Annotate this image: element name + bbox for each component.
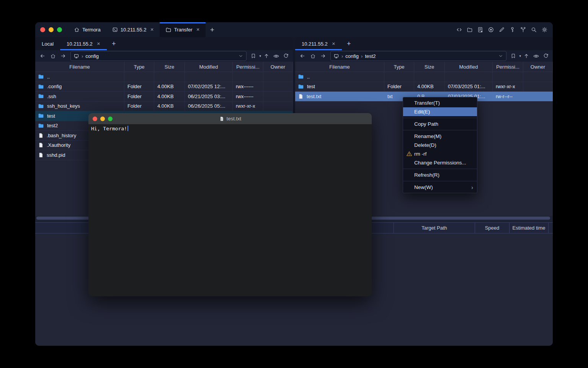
breadcrumb-segment[interactable]: test2: [365, 53, 376, 59]
caret-down-icon[interactable]: ▾: [259, 54, 261, 58]
new-tab-button[interactable]: +: [206, 22, 219, 37]
record-icon[interactable]: [488, 26, 494, 33]
app-tab-transfer[interactable]: Transfer✕: [160, 22, 206, 37]
titlebar: Termora10.211.55.2✕Transfer✕ +: [35, 22, 553, 37]
chevron-down-icon[interactable]: [498, 53, 503, 59]
column-header-modified[interactable]: Modified: [445, 62, 493, 72]
column-header-filename[interactable]: Filename: [295, 62, 384, 72]
home-button[interactable]: [308, 53, 317, 59]
panel-tab-local[interactable]: Local: [35, 37, 60, 50]
show-hidden-button[interactable]: [272, 53, 281, 59]
back-button[interactable]: [298, 53, 307, 59]
file-row[interactable]: ..: [35, 72, 293, 82]
breadcrumb[interactable]: ›config: [70, 51, 247, 61]
caret-down-icon[interactable]: ▾: [519, 54, 521, 58]
bookmark-button[interactable]: [509, 53, 518, 59]
close-window-button[interactable]: [40, 27, 45, 32]
column-header-owner[interactable]: Owner: [523, 62, 553, 72]
key-icon[interactable]: [509, 26, 516, 33]
file-row[interactable]: ..: [295, 72, 553, 82]
folder-icon: [298, 74, 304, 80]
column-header-size[interactable]: Size: [154, 62, 185, 72]
cell-size: 4.00KB: [154, 102, 185, 111]
chevron-right-icon: ›: [341, 53, 343, 59]
search-icon[interactable]: [531, 26, 537, 33]
folder-icon: [38, 93, 44, 99]
code-icon[interactable]: [456, 26, 462, 33]
new-panel-tab-button[interactable]: +: [107, 37, 121, 50]
file-row[interactable]: .configFolder4.00KB07/02/2025 12:...rwx-…: [35, 82, 293, 92]
menu-item-edit-e-[interactable]: Edit(E): [403, 107, 477, 116]
file-table-header: FilenameTypeSizeModifiedPermissi...Owner: [35, 62, 293, 72]
folder-icon: [298, 84, 304, 90]
editor-zoom-button[interactable]: [108, 117, 113, 121]
keychain-icon[interactable]: [520, 26, 526, 33]
bookmark-button[interactable]: [249, 53, 258, 59]
new-panel-tab-button[interactable]: +: [342, 37, 356, 50]
column-header-filename[interactable]: Filename: [35, 62, 124, 72]
menu-item-delete-d-[interactable]: Delete(D): [403, 141, 477, 150]
column-header-size[interactable]: Size: [414, 62, 445, 72]
editor-minimize-button[interactable]: [100, 117, 105, 121]
forward-button[interactable]: [318, 53, 328, 59]
breadcrumb[interactable]: ›config›test2: [330, 51, 506, 61]
refresh-button[interactable]: [282, 53, 290, 59]
refresh-button[interactable]: [542, 53, 550, 59]
panel-tab-10-211-55-2[interactable]: 10.211.55.2✕: [60, 37, 107, 50]
zoom-window-button[interactable]: [57, 27, 62, 32]
close-tab-icon[interactable]: ✕: [97, 41, 100, 46]
menu-item-rename-m-[interactable]: Rename(M): [403, 132, 477, 141]
menu-item-refresh-r-[interactable]: Refresh(R): [403, 171, 477, 179]
up-directory-button[interactable]: [262, 53, 271, 59]
filename-label: sshd.pid: [47, 152, 65, 158]
close-tab-icon[interactable]: ✕: [332, 41, 335, 46]
app-tab-termora[interactable]: Termora: [68, 22, 106, 37]
column-header-permissi-[interactable]: Permissi...: [493, 62, 523, 72]
show-hidden-button[interactable]: [532, 53, 541, 59]
back-button[interactable]: [38, 53, 47, 59]
file-row[interactable]: testFolder4.00KB07/03/2025 01:...rwxr-xr…: [295, 82, 553, 92]
panel-tab-10-211-55-2[interactable]: 10.211.55.2✕: [295, 37, 342, 50]
panel-tab-label: 10.211.55.2: [302, 41, 328, 47]
menu-item-transfer-t-[interactable]: Transfer(T): [403, 99, 477, 107]
menu-item-new-w-[interactable]: New(W)›: [403, 183, 477, 192]
minimize-window-button[interactable]: [49, 27, 54, 32]
breadcrumb-segment[interactable]: config: [345, 53, 359, 59]
editor-content[interactable]: Hi, Termora!: [88, 124, 372, 133]
close-tab-icon[interactable]: ✕: [196, 27, 200, 32]
chevron-down-icon[interactable]: [238, 53, 243, 59]
column-header-type[interactable]: Type: [384, 62, 414, 72]
file-row[interactable]: .sshFolder4.00KB06/21/2025 03:...rwx----…: [35, 92, 293, 102]
breadcrumb-segment[interactable]: config: [85, 53, 99, 59]
filename-label: .ssh: [47, 94, 56, 99]
log-icon[interactable]: [477, 26, 483, 33]
folder-icon[interactable]: [467, 27, 473, 33]
menu-item-copy-path[interactable]: Copy Path: [403, 120, 477, 128]
filename-label: ..: [47, 74, 50, 80]
transfer-column-speed[interactable]: Speed: [475, 223, 509, 233]
cell-type: Folder: [124, 102, 154, 111]
cell-size: 4.00KB: [154, 92, 185, 101]
menu-item-rm-rf[interactable]: rm -rf: [403, 150, 477, 158]
transfer-column-target-path[interactable]: Target Path: [394, 223, 475, 233]
transfer-column-estimated-time[interactable]: Estimated time: [509, 223, 548, 233]
editor-close-button[interactable]: [93, 117, 97, 121]
menu-item-change-permissions-[interactable]: Change Permissions...: [403, 158, 477, 167]
cell-owner: [263, 92, 293, 101]
app-tab-10-211-55-2[interactable]: 10.211.55.2✕: [106, 22, 160, 37]
edit-icon[interactable]: [498, 26, 505, 33]
close-tab-icon[interactable]: ✕: [150, 27, 154, 32]
home-button[interactable]: [48, 53, 57, 59]
up-directory-button[interactable]: [522, 53, 531, 59]
home-icon: [74, 27, 80, 33]
file-row[interactable]: ssh_host_keysFolder4.00KB06/26/2025 05:.…: [35, 102, 293, 112]
computer-icon: [333, 53, 339, 59]
column-header-type[interactable]: Type: [124, 62, 154, 72]
column-header-owner[interactable]: Owner: [263, 62, 293, 72]
forward-button[interactable]: [59, 53, 68, 59]
settings-icon[interactable]: [541, 26, 548, 33]
cell-modified: [445, 72, 493, 82]
menu-item-label: Delete(D): [414, 142, 436, 148]
column-header-modified[interactable]: Modified: [185, 62, 233, 72]
column-header-permissi-[interactable]: Permissi...: [233, 62, 263, 72]
